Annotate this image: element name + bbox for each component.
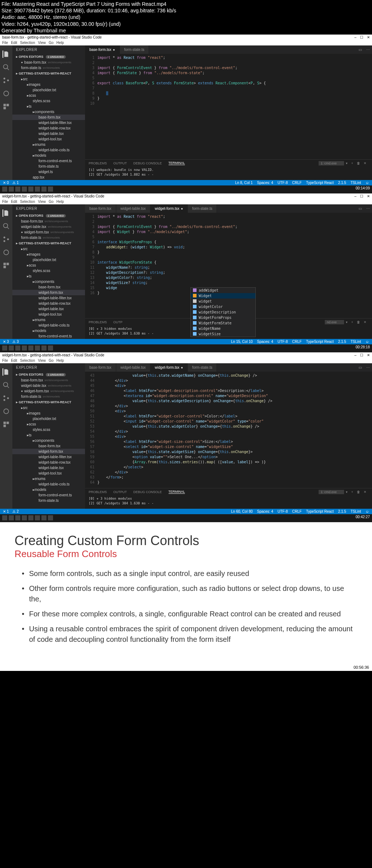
code-content[interactable]: import * as React from "react"; import {… — [97, 54, 372, 159]
status-item[interactable]: TSLint — [351, 181, 361, 185]
terminal-tab[interactable]: TERMINAL — [169, 161, 185, 165]
editor-tab[interactable]: widget-table.tsx — [116, 204, 150, 213]
status-item[interactable]: TypeScript React — [306, 340, 333, 344]
problems-tab[interactable]: PROBLEMS — [89, 161, 107, 165]
split-editor-icon[interactable]: ▭ — [359, 48, 362, 52]
file-item[interactable]: widget-form.tsx — [12, 449, 85, 454]
output-tab[interactable]: OUTPUT — [113, 161, 127, 165]
close-panel-icon[interactable]: ✕ — [364, 490, 367, 494]
folder-item[interactable]: ▸ scss — [12, 421, 85, 427]
file-item[interactable]: form-state.ts — [12, 498, 85, 503]
open-editor-item[interactable]: ●base-form.tsxsrc\ts\components — [12, 60, 85, 65]
editor-tab[interactable]: widget-table.tsx — [116, 363, 150, 372]
kill-terminal-icon[interactable]: 🗑 — [357, 490, 360, 494]
file-item[interactable]: styles.scss — [12, 98, 85, 104]
file-item[interactable]: placeholder.txt — [12, 416, 85, 421]
folder-item[interactable]: ▸ components — [12, 279, 85, 284]
files-icon[interactable] — [3, 368, 10, 376]
files-icon[interactable] — [3, 209, 10, 217]
file-item[interactable]: widget-table-cols.ts — [12, 323, 85, 328]
status-item[interactable]: ✕ 1 — [3, 509, 9, 513]
file-item[interactable]: widget-table.tsx — [12, 131, 85, 136]
extensions-icon[interactable] — [3, 103, 10, 110]
file-item[interactable]: form-control-event.ts — [12, 158, 85, 164]
file-item[interactable]: widget-table-filter.tsx — [12, 120, 85, 125]
file-item[interactable]: app.tsx — [12, 175, 85, 180]
status-item[interactable]: UTF-8 — [278, 181, 288, 185]
split-editor-icon[interactable]: ▭ — [359, 365, 362, 369]
open-editors-header[interactable]: ▸ OPEN EDITORS 1 UNSAVED — [12, 54, 85, 60]
status-item[interactable]: ⚠ 1 — [12, 181, 19, 185]
autocomplete-item[interactable]: widgetSize — [191, 331, 255, 337]
close-panel-icon[interactable]: ✕ — [364, 320, 367, 324]
file-item[interactable]: widget-table-filter.tsx — [12, 454, 85, 460]
folder-item[interactable]: ▸ src — [12, 76, 85, 82]
status-item[interactable]: ⚠ 3 — [12, 340, 19, 344]
intellisense-popup[interactable]: addWidgetWidgetwidgetwidgetColorwidgetDe… — [190, 287, 256, 337]
debug-icon[interactable] — [3, 90, 10, 97]
split-editor-icon[interactable]: ▭ — [359, 207, 362, 211]
status-item[interactable]: CRLF — [292, 340, 302, 344]
folder-item[interactable]: ▸ enums — [12, 317, 85, 323]
status-item[interactable]: ✕ 3 — [3, 340, 9, 344]
folder-item[interactable]: ▸ ts — [12, 104, 85, 109]
open-editor-item[interactable]: base-form.tsxsrc\ts\components — [12, 219, 85, 224]
folder-item[interactable]: ▸ components — [12, 438, 85, 443]
open-editor-item[interactable]: form-state.tssrc\ts\models — [12, 394, 85, 399]
code-editor[interactable]: 12345678910 import * as React from "reac… — [85, 54, 372, 159]
status-item[interactable]: Spaces: 4 — [257, 181, 273, 185]
file-item[interactable]: base-form.tsx — [12, 443, 85, 449]
open-editor-item[interactable]: base-form.tsxsrc\ts\components — [12, 377, 85, 383]
status-item[interactable]: ☺ — [365, 509, 369, 513]
status-item[interactable]: TypeScript React — [306, 181, 333, 185]
debug-icon[interactable] — [3, 408, 10, 415]
status-item[interactable]: Spaces: 4 — [257, 340, 273, 344]
search-icon[interactable] — [3, 381, 10, 389]
file-item[interactable]: widget-table-row.tsx — [12, 125, 85, 131]
autocomplete-item[interactable]: widgetDescription — [191, 309, 255, 315]
folder-item[interactable]: ▸ models — [12, 487, 85, 492]
code-editor[interactable]: 4344454647484950515253545556575859606162… — [85, 372, 372, 488]
file-item[interactable]: widget-tool.tsx — [12, 471, 85, 476]
status-item[interactable]: TSLint — [351, 509, 361, 513]
windows-taskbar[interactable]: 00:42:27 — [0, 514, 372, 522]
windows-taskbar[interactable]: 00:28:18 — [0, 344, 372, 352]
status-item[interactable]: ✕ 0 — [3, 181, 9, 185]
scm-icon[interactable] — [3, 236, 10, 243]
window-controls[interactable]: –☐✕ — [351, 35, 370, 39]
debug-console-tab[interactable]: DEBUG CONSOLE — [133, 161, 162, 165]
folder-item[interactable]: ▸ models — [12, 328, 85, 333]
status-bar[interactable]: ✕ 3⚠ 3Ln 15, Col 10Spaces: 4UTF-8CRLFTyp… — [0, 339, 372, 344]
editor-tab[interactable]: widget-form.tsx● — [150, 204, 188, 213]
editor-tab[interactable]: form-state.ts — [120, 45, 149, 54]
file-item[interactable]: form-control-event.ts — [12, 492, 85, 498]
open-editor-item[interactable]: ●widget-form.tsxsrc\ts\components — [12, 229, 85, 235]
editor-tab[interactable]: base-form.tsx — [85, 204, 116, 213]
open-editor-item[interactable]: widget-table.tsxsrc\ts\components — [12, 383, 85, 388]
file-item[interactable]: widget-table-cols.ts — [12, 147, 85, 153]
activity-bar[interactable] — [0, 363, 12, 509]
status-item[interactable]: Spaces: 4 — [257, 509, 273, 513]
extensions-icon[interactable] — [3, 262, 10, 269]
file-item[interactable]: form-state.ts — [12, 164, 85, 169]
folder-item[interactable]: ▸ scss — [12, 93, 85, 98]
new-terminal-icon[interactable]: + — [351, 490, 353, 494]
autocomplete-item[interactable]: widgetName — [191, 326, 255, 331]
files-icon[interactable] — [3, 51, 10, 58]
file-item[interactable]: widget.ts — [12, 169, 85, 175]
autocomplete-item[interactable]: addWidget — [191, 288, 255, 293]
file-item[interactable]: styles.scss — [12, 427, 85, 432]
status-item[interactable]: Ln 8, Col 1 — [235, 181, 252, 185]
file-item[interactable]: form-control-event.ts — [12, 333, 85, 339]
open-editor-item[interactable]: form-state.tssrc\ts\models — [12, 65, 85, 71]
status-item[interactable]: 2.1.5 — [338, 340, 346, 344]
status-item[interactable]: UTF-8 — [278, 509, 288, 513]
status-item[interactable]: 2.1.5 — [338, 509, 346, 513]
autocomplete-item[interactable]: WidgetFormState — [191, 320, 255, 326]
status-item[interactable]: 2.1.5 — [338, 181, 346, 185]
project-header[interactable]: ▸ GETTING-STARTED-WITH-REACT — [12, 71, 85, 76]
folder-item[interactable]: ▸ enums — [12, 142, 85, 147]
activity-bar[interactable] — [0, 204, 12, 339]
folder-item[interactable]: ▸ scss — [12, 263, 85, 268]
file-item[interactable]: widget-table-cols.ts — [12, 481, 85, 487]
